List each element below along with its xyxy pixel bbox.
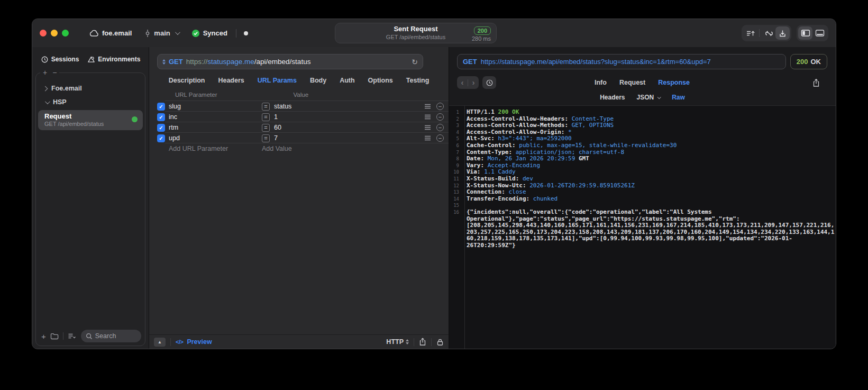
line-number: 15 [449, 202, 462, 209]
import-list-button[interactable] [743, 26, 757, 40]
traffic-lights [40, 30, 69, 37]
request-tab-url-params[interactable]: URL Params [258, 77, 297, 84]
response-subtab-headers[interactable]: Headers [600, 94, 625, 101]
value-format-icon[interactable] [424, 135, 431, 141]
toggle-sidebar-button[interactable] [798, 26, 812, 40]
param-checkbox[interactable]: ✓ [157, 113, 165, 121]
add-request-button[interactable]: + [41, 332, 46, 341]
http-version-select[interactable]: HTTP [386, 338, 409, 346]
collapse-panel-button[interactable]: ▲ [154, 338, 166, 347]
method-select-icon [162, 59, 166, 65]
minimize-window-button[interactable] [51, 30, 58, 37]
request-url-text[interactable]: https://statuspage.me/api/embed/status [186, 58, 407, 66]
request-tab-testing[interactable]: Testing [406, 77, 430, 84]
request-tab-description[interactable]: Description [169, 77, 205, 84]
share-icon[interactable] [419, 338, 426, 346]
request-tab-headers[interactable]: Headers [218, 77, 244, 84]
tab-environments[interactable]: Environments [87, 56, 140, 64]
remove-param-button[interactable]: − [436, 134, 444, 142]
import-request-button[interactable] [775, 26, 790, 40]
request-url-field[interactable]: GET https://statuspage.me/api/embed/stat… [157, 54, 423, 69]
value-format-icon[interactable] [424, 104, 431, 109]
line-number: 5 [449, 135, 462, 142]
tree-item-hsp[interactable]: HSP [36, 95, 145, 109]
footer-divider [414, 338, 414, 346]
param-name-input[interactable]: inc [169, 113, 262, 121]
add-param-name-placeholder[interactable]: Add URL Parameter [169, 145, 262, 152]
code-icon: </> [176, 339, 183, 345]
request-list-item-selected[interactable]: Request GET /api/embed/status [38, 110, 143, 130]
tab-sessions[interactable]: Sessions [41, 56, 79, 64]
line-number: 10 [449, 169, 462, 176]
remove-param-button[interactable]: − [436, 113, 444, 121]
branch-switcher[interactable]: main [144, 29, 178, 38]
zoom-window-button[interactable] [62, 30, 69, 37]
request-pane: GET https://statuspage.me/api/embed/stat… [149, 47, 449, 349]
request-tab-auth[interactable]: Auth [340, 77, 354, 84]
param-value-input[interactable]: 60 [274, 124, 424, 131]
sent-request-summary[interactable]: Sent Request GET /api/embed/status 200 2… [335, 23, 497, 43]
new-folder-button[interactable] [50, 332, 59, 340]
column-header-value: Value [293, 92, 308, 101]
sidebar-bottom-divider [63, 332, 63, 340]
request-item-title: Request [44, 112, 138, 121]
search-input[interactable] [95, 332, 136, 340]
session-indicator-dot [244, 31, 248, 35]
param-name-input[interactable]: rtm [169, 124, 262, 131]
footer-divider [170, 338, 171, 346]
tree-item-foe-email[interactable]: Foe.email [36, 81, 145, 95]
request-tabs: DescriptionHeadersURL ParamsBodyAuthOpti… [149, 77, 449, 84]
param-name-input[interactable]: upd [169, 134, 262, 142]
param-value-input[interactable]: 1 [274, 113, 424, 121]
response-tab-request[interactable]: Request [619, 79, 645, 86]
param-name-input[interactable]: slug [169, 103, 262, 110]
remove-param-button[interactable]: − [436, 124, 444, 131]
remove-session-button[interactable]: − [52, 68, 57, 77]
close-window-button[interactable] [40, 30, 47, 37]
line-number: 6 [449, 142, 462, 149]
column-header-parameter: URL Parameter [175, 92, 217, 101]
add-param-row[interactable]: Add URL Parameter Add Value [149, 143, 449, 154]
sync-status[interactable]: Synced [191, 29, 227, 38]
param-checkbox[interactable]: ✓ [157, 124, 165, 132]
toolbar-group-layout [797, 25, 828, 41]
request-tab-options[interactable]: Options [368, 77, 393, 84]
response-subtab-json[interactable]: JSON [637, 94, 661, 101]
response-subtabs: HeadersJSONRaw [449, 94, 836, 101]
param-value-input[interactable]: 7 [274, 134, 424, 142]
request-item-subtitle: GET /api/embed/status [44, 121, 138, 128]
add-param-value-placeholder[interactable]: Add Value [262, 145, 449, 152]
lock-icon[interactable] [436, 338, 444, 346]
value-format-icon[interactable] [424, 125, 431, 130]
toolbar-divider [759, 29, 760, 37]
remove-param-button[interactable]: − [436, 103, 444, 110]
param-checkbox[interactable]: ✓ [157, 134, 165, 142]
line-number: 11 [449, 176, 462, 183]
add-session-button[interactable]: + [43, 68, 47, 77]
url-params-table: URL Parameter Value ✓slug=status−✓inc=1−… [149, 92, 449, 154]
response-body[interactable]: 1HTTP/1.1 200 OK2Access-Control-Allow-He… [449, 105, 836, 349]
preview-button[interactable]: </> Preview [176, 338, 212, 346]
request-tab-body[interactable]: Body [310, 77, 326, 84]
params-rows: ✓slug=status−✓inc=1−✓rtm=60−✓upd=7− [149, 101, 449, 143]
param-row: ✓upd=7− [149, 133, 449, 143]
response-url-text: https://statuspage.me/api/embed/status?s… [481, 58, 711, 66]
list-options-button[interactable] [68, 333, 77, 340]
preview-label: Preview [187, 338, 212, 346]
equals-icon: = [262, 103, 270, 111]
sync-loop-button[interactable] [761, 26, 775, 40]
param-checkbox[interactable]: ✓ [157, 103, 165, 111]
value-format-icon[interactable] [424, 114, 431, 120]
resend-request-icon[interactable]: ↻ [412, 58, 418, 66]
response-url-box[interactable]: GET https://statuspage.me/api/embed/stat… [457, 54, 786, 69]
toggle-bottom-panel-button[interactable] [812, 26, 827, 40]
chevron-right-icon [43, 86, 48, 91]
project-name: foe.email [102, 29, 132, 37]
response-tab-info[interactable]: Info [595, 79, 607, 86]
sidebar-search[interactable] [81, 330, 141, 342]
response-subtab-raw[interactable]: Raw [672, 94, 685, 101]
project-switcher[interactable]: foe.email [89, 29, 132, 37]
response-status-code: 200 [797, 58, 808, 66]
response-tab-response[interactable]: Response [658, 79, 690, 86]
param-value-input[interactable]: status [274, 103, 424, 110]
